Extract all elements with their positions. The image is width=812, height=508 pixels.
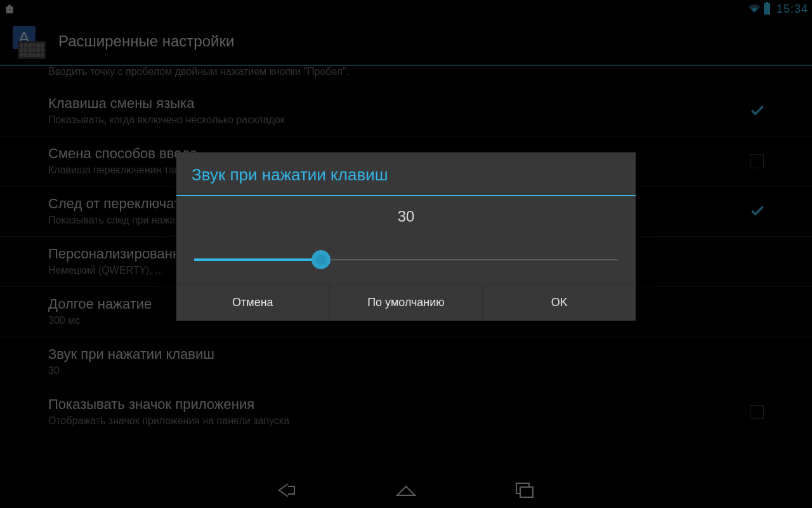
- cancel-button[interactable]: Отмена: [176, 284, 330, 321]
- default-button[interactable]: По умолчанию: [330, 284, 483, 321]
- dialog-button-bar: Отмена По умолчанию OK: [176, 284, 636, 321]
- keypress-sound-dialog: Звук при нажатии клавиш 30 Отмена По умо…: [176, 152, 636, 321]
- dialog-title: Звук при нажатии клавиш: [176, 152, 636, 195]
- volume-slider[interactable]: [194, 252, 618, 267]
- slider-value-label: 30: [194, 208, 618, 225]
- slider-fill: [194, 258, 321, 261]
- slider-thumb[interactable]: [311, 250, 331, 269]
- ok-button[interactable]: OK: [483, 284, 636, 321]
